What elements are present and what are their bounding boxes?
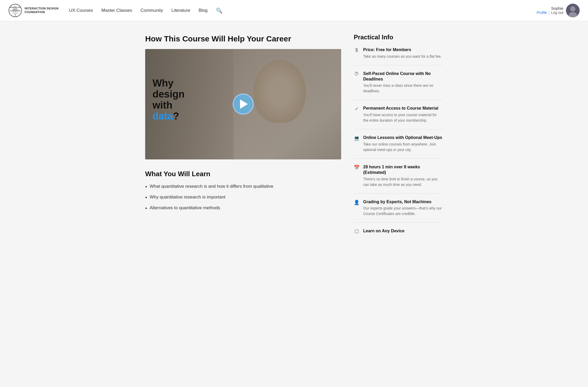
practical-title: Practical Info: [354, 34, 443, 41]
nav-master-classes[interactable]: Master Classes: [101, 8, 132, 13]
info-item: 👤Grading by Experts, Not MachinesOur exp…: [354, 199, 443, 217]
video-text: Why design with data?: [153, 78, 184, 122]
divider: [354, 158, 443, 159]
logo-icon: INTERACTION DESIGN FOUNDATION Est. 2002: [8, 4, 22, 17]
nav-literature[interactable]: Literature: [171, 8, 190, 13]
info-content: 28 hours 1 min over 8 weeks (Estimated)T…: [363, 164, 443, 187]
main-nav: UX Courses Master Classes Community Lite…: [69, 7, 537, 14]
play-button[interactable]: [233, 94, 254, 115]
profile-link[interactable]: Profile: [537, 10, 547, 15]
info-content: Permanent Access to Course MaterialYou'l…: [363, 106, 443, 123]
info-content: Self-Paced Online Course with No Deadlin…: [363, 71, 443, 94]
play-triangle-icon: [240, 99, 248, 109]
info-label: Permanent Access to Course Material: [363, 106, 443, 111]
info-item: ✓Permanent Access to Course MaterialYou'…: [354, 106, 443, 123]
info-icon: ✓: [354, 106, 360, 112]
info-desc: Take our online courses from anywhere. J…: [363, 142, 443, 153]
learn-list: What quantitative research is and how it…: [145, 183, 341, 212]
logo-name: INTERACTION DESIGN: [25, 7, 58, 10]
info-label: 28 hours 1 min over 8 weeks (Estimated): [363, 164, 443, 175]
video-highlight: data: [153, 110, 173, 121]
info-item: 💻Online Lessons with Optional Meet-UpsTa…: [354, 135, 443, 153]
logo-sub: FOUNDATION: [25, 10, 58, 14]
info-icon: 📅: [354, 165, 360, 170]
user-area: Sophie Profile | Log out: [537, 4, 580, 17]
search-icon[interactable]: 🔍: [216, 7, 222, 14]
info-label: Price: Free for Members: [363, 47, 442, 53]
divider: [354, 100, 443, 100]
info-content: Price: Free for MembersTake as many cour…: [363, 47, 442, 59]
avatar[interactable]: [566, 4, 580, 17]
info-item: ⏱Self-Paced Online Course with No Deadli…: [354, 71, 443, 94]
info-icon: 💻: [354, 135, 360, 141]
info-icon: 👤: [354, 200, 360, 205]
practical-items: $Price: Free for MembersTake as many cou…: [354, 47, 443, 235]
learn-section-title: What You Will Learn: [145, 170, 341, 178]
avatar-icon: [566, 4, 580, 17]
nav-community[interactable]: Community: [140, 8, 163, 13]
site-header: INTERACTION DESIGN FOUNDATION Est. 2002 …: [0, 0, 588, 21]
svg-text:Est. 2002: Est. 2002: [13, 15, 18, 17]
info-item: $Price: Free for MembersTake as many cou…: [354, 47, 443, 59]
nav-blog[interactable]: Blog: [199, 8, 208, 13]
logo-area[interactable]: INTERACTION DESIGN FOUNDATION Est. 2002 …: [8, 4, 58, 17]
divider: [354, 222, 443, 223]
user-name: Sophie: [551, 6, 563, 10]
info-icon: ☐: [354, 229, 360, 234]
info-icon: $: [354, 47, 360, 53]
info-label: Online Lessons with Optional Meet-Ups: [363, 135, 443, 141]
info-desc: You'll never miss a class since there ar…: [363, 83, 443, 94]
video-overlay: Why design with data?: [145, 49, 341, 159]
list-item: Alternatives to quantitative methods: [145, 205, 341, 212]
info-icon: ⏱: [354, 71, 360, 77]
info-item: ☐Learn on Any Device: [354, 228, 443, 235]
info-content: Grading by Experts, Not MachinesOur expe…: [363, 199, 443, 217]
left-column: How This Course Will Help Your Career Wh…: [145, 34, 341, 241]
info-content: Learn on Any Device: [363, 228, 405, 235]
info-label: Grading by Experts, Not Machines: [363, 199, 443, 205]
info-item: 📅28 hours 1 min over 8 weeks (Estimated)…: [354, 164, 443, 187]
page-title: How This Course Will Help Your Career: [145, 34, 341, 44]
video-container[interactable]: Why design with data?: [145, 49, 341, 159]
info-desc: You'll have access to your course materi…: [363, 112, 443, 123]
divider: [354, 65, 443, 65]
svg-point-8: [570, 6, 575, 12]
info-label: Self-Paced Online Course with No Deadlin…: [363, 71, 443, 82]
right-column: Practical Info $Price: Free for MembersT…: [354, 34, 443, 241]
divider: [354, 193, 443, 194]
info-desc: There's no time limit to finish a course…: [363, 176, 443, 187]
nav-ux-courses[interactable]: UX Courses: [69, 8, 93, 13]
divider: [354, 129, 443, 129]
list-item: What quantitative research is and how it…: [145, 183, 341, 190]
info-label: Learn on Any Device: [363, 228, 405, 234]
separator: |: [549, 10, 550, 15]
main-content: How This Course Will Help Your Career Wh…: [137, 21, 451, 253]
info-desc: Our experts grade your answers—that's wh…: [363, 206, 443, 217]
info-desc: Take as many courses as you want for a f…: [363, 54, 442, 59]
info-content: Online Lessons with Optional Meet-UpsTak…: [363, 135, 443, 153]
list-item: Why quantitative research is important: [145, 194, 341, 201]
logout-link[interactable]: Log out: [551, 10, 563, 15]
